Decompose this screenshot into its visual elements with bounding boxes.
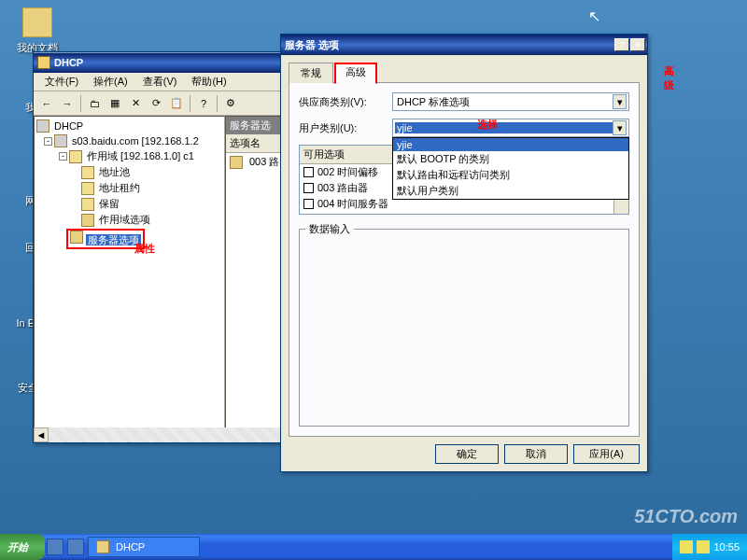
dropdown-item-rras[interactable]: 默认路由和远程访问类别 — [393, 167, 628, 183]
task-dhcp-icon — [96, 540, 109, 553]
taskbar-item-dhcp[interactable]: DHCP — [88, 537, 200, 557]
user-class-combo[interactable]: yjie ▾ yjie 默认 BOOTP 的类别 默认路由和远程访问类别 默认用… — [392, 119, 629, 137]
taskbar: 开始 DHCP 10:55 — [0, 534, 747, 560]
ok-button[interactable]: 确定 — [435, 444, 499, 464]
help-button[interactable]: ? — [194, 94, 213, 113]
scroll-left-button[interactable]: ◄ — [34, 427, 49, 442]
dhcp-root-icon — [36, 119, 49, 133]
dropdown-item-default[interactable]: 默认用户类别 — [393, 183, 628, 199]
dhcp-app-icon — [37, 56, 50, 69]
vendor-class-label: 供应商类别(V): — [299, 95, 392, 109]
dialog-help-button[interactable]: ? — [614, 38, 629, 51]
data-entry-group: 数据输入 — [299, 222, 629, 427]
tray-network-icon[interactable] — [697, 540, 710, 553]
dialog-titlebar[interactable]: 服务器 选项 ? × — [281, 35, 647, 55]
forward-button[interactable]: → — [58, 94, 77, 113]
up-button[interactable]: 🗀 — [85, 94, 104, 113]
watermark: 51CTO.com — [634, 506, 738, 527]
refresh-button[interactable]: ⟳ — [147, 94, 165, 113]
option-icon — [230, 156, 243, 169]
server-options-dialog: 服务器 选项 ? × 常规 高级 高级 供应商类别(V): DHCP 标准选项 … — [280, 34, 648, 472]
checkbox-003[interactable] — [303, 183, 314, 193]
tree-toggle-server[interactable]: - — [44, 137, 52, 146]
annotation-select: 选择 — [477, 118, 498, 132]
tab-advanced[interactable]: 高级 — [334, 63, 377, 84]
tree-scope[interactable]: 作用域 [192.168.1.0] c1 — [85, 149, 196, 163]
export-button[interactable]: 📋 — [167, 94, 186, 113]
tree-panel[interactable]: DHCP -s03.baidu.com [192.168.1.2 -作用域 [1… — [34, 116, 225, 442]
tray-shield-icon[interactable] — [680, 540, 693, 553]
start-button[interactable]: 开始 — [0, 534, 45, 560]
annotation-advanced: 高级 — [664, 64, 674, 92]
dialog-close-button[interactable]: × — [630, 38, 645, 51]
vendor-class-combo[interactable]: DHCP 标准选项 ▾ — [392, 92, 629, 111]
tree-toggle-scope[interactable]: - — [59, 152, 67, 161]
dropdown-item-yjie[interactable]: yjie — [393, 138, 628, 151]
extra-button[interactable]: ⚙ — [221, 94, 240, 113]
cursor-icon: ↖ — [588, 7, 600, 25]
chevron-down-icon[interactable]: ▾ — [613, 120, 627, 135]
back-button[interactable]: ← — [37, 94, 56, 113]
pool-icon — [81, 166, 94, 179]
desktop-icon-mydocs[interactable]: 我的文档 — [9, 7, 65, 55]
dropdown-item-bootp[interactable]: 默认 BOOTP 的类别 — [393, 151, 628, 167]
apply-button[interactable]: 应用(A) — [573, 444, 640, 464]
checkbox-002[interactable] — [303, 167, 314, 177]
checkbox-004[interactable] — [303, 199, 314, 209]
menu-file[interactable]: 文件(F) — [37, 73, 86, 91]
system-tray[interactable]: 10:55 — [672, 534, 747, 560]
tree-root[interactable]: DHCP — [52, 120, 85, 132]
tree-lease[interactable]: 地址租约 — [97, 181, 142, 195]
reserve-icon — [81, 198, 94, 211]
delete-button[interactable]: ✕ — [126, 94, 145, 113]
lease-icon — [81, 182, 94, 195]
dialog-tabs: 常规 高级 高级 — [289, 63, 640, 83]
scope-opts-icon — [81, 214, 94, 227]
tree-pool[interactable]: 地址池 — [97, 165, 132, 179]
server-opts-icon — [70, 231, 83, 244]
tree-server-opts[interactable]: 服务器选项 — [86, 234, 141, 245]
menu-help[interactable]: 帮助(H) — [184, 73, 233, 91]
data-entry-label: 数据输入 — [305, 222, 354, 236]
tree-reserve[interactable]: 保留 — [97, 197, 121, 211]
tree-server[interactable]: s03.baidu.com [192.168.1.2 — [70, 135, 201, 147]
user-class-label: 用户类别(U): — [299, 121, 392, 135]
tab-content: 供应商类别(V): DHCP 标准选项 ▾ 用户类别(U): yjie ▾ yj… — [289, 82, 640, 437]
server-icon — [54, 134, 67, 147]
cancel-button[interactable]: 取消 — [504, 444, 568, 464]
user-class-dropdown: yjie 默认 BOOTP 的类别 默认路由和远程访问类别 默认用户类别 — [392, 137, 629, 200]
tree-scope-opts[interactable]: 作用域选项 — [97, 213, 152, 227]
tray-clock[interactable]: 10:55 — [713, 541, 740, 553]
properties-button[interactable]: ▦ — [106, 94, 124, 113]
quicklaunch-desktop-icon[interactable] — [67, 539, 84, 555]
annotation-property: 属性 — [134, 242, 155, 256]
scope-icon — [69, 150, 82, 163]
menu-view[interactable]: 查看(V) — [135, 73, 185, 91]
quicklaunch-ie-icon[interactable] — [47, 539, 63, 555]
tab-general[interactable]: 常规 — [289, 63, 333, 83]
chevron-down-icon[interactable]: ▾ — [613, 94, 627, 109]
menu-action[interactable]: 操作(A) — [86, 73, 135, 91]
dialog-title: 服务器 选项 — [285, 38, 614, 52]
